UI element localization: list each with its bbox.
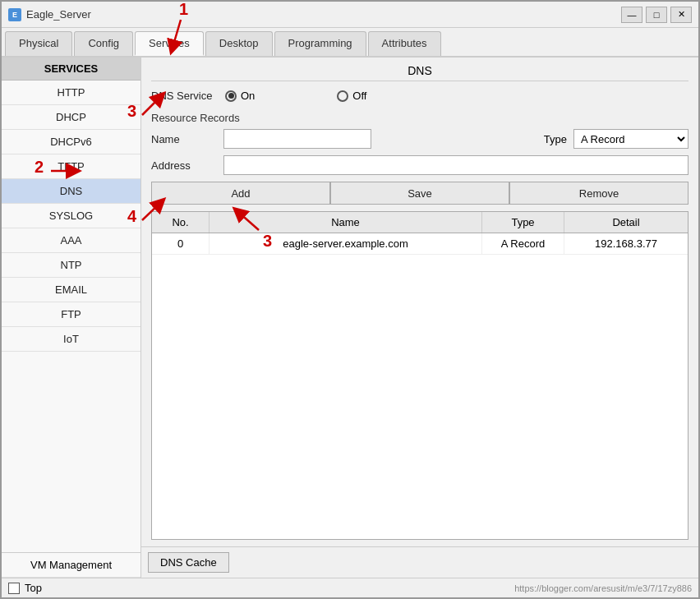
- sidebar: SERVICES HTTP DHCP DHCPv6 TFTP DNS SYSLO…: [2, 58, 141, 578]
- dns-radio-group: On Off: [225, 90, 688, 102]
- record-type: A Record: [482, 233, 564, 254]
- minimize-button[interactable]: —: [621, 7, 642, 23]
- window-controls: — □ ✕: [621, 7, 692, 23]
- dns-on-label: On: [241, 90, 255, 102]
- name-label: Name: [151, 133, 217, 145]
- title-bar-left: E Eagle_Server: [8, 8, 91, 21]
- main-content: DNS DNS Service On Off: [141, 58, 698, 578]
- record-no: 0: [152, 233, 210, 254]
- radio-on-circle: [225, 90, 237, 102]
- sidebar-item-vm-management[interactable]: VM Management: [2, 553, 140, 578]
- sidebar-item-aaa[interactable]: AAA: [2, 228, 140, 253]
- address-input[interactable]: [223, 155, 688, 175]
- dns-service-label: DNS Service: [151, 90, 217, 102]
- sidebar-item-dhcpv6[interactable]: DHCPv6: [2, 130, 140, 154]
- save-button[interactable]: Save: [330, 182, 509, 205]
- sidebar-item-ftp[interactable]: FTP: [2, 302, 140, 327]
- dns-panel: DNS DNS Service On Off: [141, 58, 698, 546]
- bottom-bar: Top https://blogger.com/aresusit/m/e3/7/…: [2, 578, 698, 597]
- resource-records-label: Resource Records: [151, 112, 688, 124]
- sidebar-item-http[interactable]: HTTP: [2, 81, 140, 105]
- tab-config[interactable]: Config: [74, 31, 133, 56]
- dns-cache-bar: DNS Cache: [141, 546, 698, 578]
- tab-desktop[interactable]: Desktop: [205, 31, 273, 56]
- dns-title: DNS: [151, 64, 688, 81]
- col-detail: Detail: [564, 212, 688, 233]
- sidebar-item-syslog[interactable]: SYSLOG: [2, 204, 140, 228]
- content-area: SERVICES HTTP DHCP DHCPv6 TFTP DNS SYSLO…: [2, 58, 698, 578]
- record-detail: 192.168.3.77: [564, 233, 688, 254]
- sidebar-item-dns[interactable]: DNS: [2, 179, 140, 204]
- table-header: No. Name Type Detail: [152, 212, 688, 233]
- bottom-left: Top: [8, 582, 42, 594]
- top-checkbox[interactable]: [8, 583, 20, 594]
- sidebar-footer: VM Management: [2, 552, 140, 578]
- dns-off-radio[interactable]: Off: [337, 90, 366, 102]
- tab-physical[interactable]: Physical: [5, 31, 72, 56]
- title-bar: E Eagle_Server — □ ✕: [2, 2, 698, 28]
- window-title: Eagle_Server: [26, 8, 91, 21]
- sidebar-item-dhcp[interactable]: DHCP: [2, 105, 140, 130]
- main-window: E Eagle_Server — □ ✕ Physical Config Ser…: [0, 0, 700, 599]
- col-type: Type: [482, 212, 564, 233]
- sidebar-item-tftp[interactable]: TFTP: [2, 154, 140, 179]
- address-label: Address: [151, 159, 217, 172]
- dns-cache-button[interactable]: DNS Cache: [148, 552, 229, 573]
- buttons-row: Add Save Remove: [151, 182, 688, 205]
- tab-attributes[interactable]: Attributes: [368, 31, 441, 56]
- tab-programming[interactable]: Programming: [274, 31, 366, 56]
- type-label: Type: [544, 133, 567, 145]
- app-icon: E: [8, 8, 21, 21]
- name-type-row: Name Type A Record AAAA Record CNAME MX …: [151, 129, 688, 149]
- table-row[interactable]: 0 eagle-server.example.com A Record 192.…: [152, 233, 688, 255]
- sidebar-header: SERVICES: [2, 58, 140, 81]
- col-name: Name: [210, 212, 482, 233]
- records-table: No. Name Type Detail 0 eagle-server.exam…: [151, 211, 688, 540]
- dns-on-radio[interactable]: On: [225, 90, 255, 102]
- radio-off-circle: [337, 90, 348, 102]
- sidebar-item-ntp[interactable]: NTP: [2, 253, 140, 278]
- address-row: Address: [151, 155, 688, 175]
- close-button[interactable]: ✕: [670, 7, 692, 23]
- name-input[interactable]: [223, 129, 371, 149]
- svg-text:E: E: [12, 11, 17, 19]
- bottom-url: https://blogger.com/aresusit/m/e3/7/17zy…: [514, 583, 692, 593]
- sidebar-list: HTTP DHCP DHCPv6 TFTP DNS SYSLOG AAA NTP…: [2, 81, 140, 552]
- remove-button[interactable]: Remove: [509, 182, 688, 205]
- tabs-bar: Physical Config Services Desktop Program…: [2, 28, 698, 58]
- col-no: No.: [152, 212, 210, 233]
- type-select[interactable]: A Record AAAA Record CNAME MX Record NS …: [573, 129, 688, 149]
- tab-services[interactable]: Services: [135, 31, 204, 56]
- dns-service-row: DNS Service On Off: [151, 90, 688, 102]
- add-button[interactable]: Add: [151, 182, 330, 205]
- top-label: Top: [25, 582, 42, 594]
- dns-off-label: Off: [352, 90, 366, 102]
- maximize-button[interactable]: □: [646, 7, 667, 23]
- record-name: eagle-server.example.com: [210, 233, 482, 254]
- sidebar-item-iot[interactable]: IoT: [2, 327, 140, 352]
- sidebar-item-email[interactable]: EMAIL: [2, 278, 140, 302]
